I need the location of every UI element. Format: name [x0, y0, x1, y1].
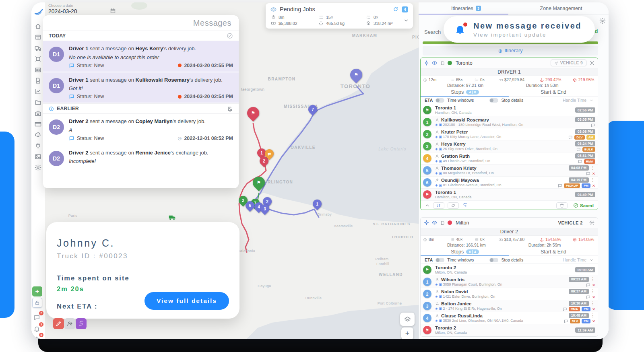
card-settings-icon[interactable] — [589, 220, 594, 225]
visibility-icon[interactable] — [432, 220, 437, 225]
chat-icon[interactable] — [586, 171, 590, 176]
chat-icon[interactable] — [591, 123, 595, 128]
remove-stop-icon[interactable]: ✕ — [592, 307, 595, 311]
tab-itineraries[interactable]: Itineraries 3 — [419, 2, 514, 14]
stop-menu-icon[interactable]: ⋮ — [590, 289, 595, 293]
sidebar-item-chart-icon[interactable] — [35, 88, 42, 95]
pencil-button[interactable] — [53, 318, 64, 329]
sidebar-lock-button[interactable] — [32, 298, 42, 308]
refresh-icon[interactable] — [393, 6, 398, 12]
message-item[interactable]: D2Driver 2 sent a message on Rennie Jeni… — [43, 145, 239, 171]
settings-icon[interactable] — [599, 18, 606, 24]
chevron-down-icon[interactable] — [403, 18, 409, 23]
person-add-button[interactable] — [64, 318, 75, 329]
add-itinerary-button[interactable]: ⊕ Itinerary — [423, 46, 598, 56]
stop-row[interactable]: ⚑Toronto 1Hamilton, ON, Canada02:56 PM — [421, 104, 598, 116]
visibility-icon[interactable] — [432, 60, 437, 66]
message-item[interactable]: D2Driver 2 sent a message on Copley Mari… — [43, 114, 239, 145]
message-item[interactable]: D1Driver 1 sent a message on Heys Kerry'… — [43, 41, 239, 72]
map-zoom-in-button[interactable]: + — [401, 327, 413, 339]
stop-menu-icon[interactable]: ⋮ — [590, 313, 595, 317]
stop-details-toggle[interactable] — [489, 98, 498, 103]
vehicle-button[interactable]: VEHICLE 9 — [551, 60, 586, 66]
reload-route-button[interactable] — [448, 202, 459, 209]
stop-menu-icon[interactable]: ⋮ — [590, 277, 595, 281]
sidebar-plus-button[interactable]: + — [32, 286, 42, 296]
tab-stops[interactable]: Stops4 | 8 — [421, 89, 509, 96]
map-hub-marker[interactable]: ⚑ — [348, 66, 365, 83]
map-hub-marker[interactable]: ⚑ — [245, 105, 262, 121]
chevron-down-icon[interactable] — [589, 98, 594, 103]
tab-start-end[interactable]: Start & End — [509, 248, 598, 255]
map-stop-marker[interactable]: 1 — [311, 198, 323, 210]
time-windows-toggle[interactable] — [436, 258, 444, 262]
chat-icon[interactable] — [586, 295, 590, 299]
chat-icon[interactable] — [558, 183, 562, 188]
sidebar-item-credit-card-icon[interactable] — [35, 121, 42, 128]
sidebar-item-layout-table-icon[interactable] — [35, 34, 42, 41]
sidebar-item-image-icon[interactable] — [35, 153, 42, 161]
sort-stops-button[interactable] — [433, 202, 444, 209]
sidebar-item-zone-icon[interactable] — [35, 56, 42, 63]
mark-read-icon[interactable] — [227, 33, 233, 39]
handle-time-select[interactable]: Handle Time — [563, 98, 586, 103]
route-s-button[interactable] — [76, 318, 87, 329]
stop-row[interactable]: 6Osundiji Mayowa◈ ▣ 81 Gladstone Avenue,… — [421, 177, 598, 189]
sidebar-item-home-icon[interactable] — [35, 23, 42, 30]
stop-row[interactable]: 1Kulikowski Rosemary◈ ▣ 202180 - 180 Lim… — [421, 116, 598, 128]
remove-stop-icon[interactable]: ✕ — [592, 283, 595, 287]
mute-notifications-icon[interactable] — [227, 106, 233, 112]
map-truck-marker[interactable] — [168, 213, 176, 221]
chevron-down-icon[interactable] — [589, 258, 594, 262]
collapse-icon[interactable] — [425, 203, 430, 208]
sidebar-bell-button[interactable]: 3 — [32, 324, 41, 333]
sidebar-item-camera-icon[interactable] — [35, 110, 42, 117]
visibility-icon[interactable] — [270, 6, 277, 12]
tab-stops[interactable]: Stops0 | 4 — [421, 248, 509, 255]
view-full-details-button[interactable]: View full details — [144, 292, 229, 310]
tab-zone-management[interactable]: Zone Management — [514, 2, 609, 14]
remove-stop-icon[interactable]: ✕ — [592, 319, 595, 323]
sidebar-star-button[interactable]: 3 — [32, 335, 41, 339]
stop-row[interactable]: 4Gratton Ruth◈ ▣ 49 Lincoln Ave, Brantfo… — [421, 152, 598, 165]
sidebar-chat-button[interactable]: 2 — [32, 313, 41, 322]
map-layers-button[interactable] — [400, 313, 415, 326]
card-settings-icon[interactable] — [589, 60, 594, 66]
stop-row[interactable]: 2Nolan David◈ ▣ 1421 Ester Drive, Burlin… — [421, 288, 598, 300]
stop-row[interactable]: ⚑Toronto 2Milton, ON, Canada09:00 AM — [421, 264, 598, 276]
sidebar-item-folder-icon[interactable] — [35, 99, 42, 106]
sidebar-item-document-check-icon[interactable] — [35, 77, 42, 84]
calendar-icon[interactable] — [110, 8, 116, 14]
stop-row[interactable]: 3Bolton Janice◈ ▣ 2 - 174 King St E Rr, … — [421, 300, 598, 312]
tab-start-end[interactable]: Start & End — [509, 89, 598, 96]
sidebar-item-id-card-icon[interactable] — [35, 66, 42, 74]
stop-menu-icon[interactable]: ⋮ — [590, 166, 595, 170]
focus-icon[interactable] — [424, 220, 429, 225]
chat-icon[interactable] — [564, 319, 568, 323]
chat-icon[interactable] — [563, 307, 567, 311]
sidebar-item-plug-icon[interactable] — [35, 142, 42, 150]
message-item[interactable]: D1Driver 1 sent a message on Kulikowski … — [43, 72, 239, 104]
stop-menu-icon[interactable]: ⋮ — [590, 178, 595, 182]
map-hub-marker[interactable]: ⚑ — [250, 174, 267, 191]
time-windows-toggle[interactable] — [436, 98, 444, 103]
stop-row[interactable]: ⚑Toronto 2Milton, ON, Canada11:59 AM — [421, 324, 598, 336]
notification-toast[interactable]: New message received View important upda… — [444, 16, 595, 43]
chat-icon[interactable] — [578, 159, 582, 164]
stop-row[interactable]: ⚑Toronto 1Hamilton, ON, Canada04:49 PM — [421, 189, 598, 201]
focus-icon[interactable] — [424, 60, 429, 66]
stop-row[interactable]: 3Heys Kerry◈ ▣ 26 Sky Acres Drive, Brant… — [421, 140, 598, 152]
sidebar-item-cloud-download-icon[interactable] — [35, 132, 42, 139]
stop-row[interactable]: 2Kruter Peter◈ ▣ 170 Kitty Murray Lane, … — [421, 128, 598, 140]
chat-icon[interactable] — [586, 283, 590, 287]
handle-time-select[interactable]: Handle Time — [563, 257, 586, 262]
stop-row[interactable]: 1Wilson Iris◈ ▣ 3059 Flanagan Court, Bur… — [421, 276, 598, 288]
map-stop-marker[interactable]: 3 — [258, 202, 271, 215]
sidebar-item-truck-icon[interactable] — [35, 45, 42, 52]
vehicle-button[interactable]: VEHICLE 2 — [555, 219, 586, 226]
stop-row[interactable]: 4Clause Russ/Linda◈ ▣ 3539 2nd Line, Ohs… — [421, 312, 598, 324]
remove-stop-icon[interactable]: ✕ — [592, 171, 595, 176]
sidebar-item-settings-icon[interactable] — [35, 164, 42, 171]
map-stop-marker[interactable]: ⇄ — [263, 147, 275, 160]
chat-icon[interactable] — [568, 135, 573, 140]
